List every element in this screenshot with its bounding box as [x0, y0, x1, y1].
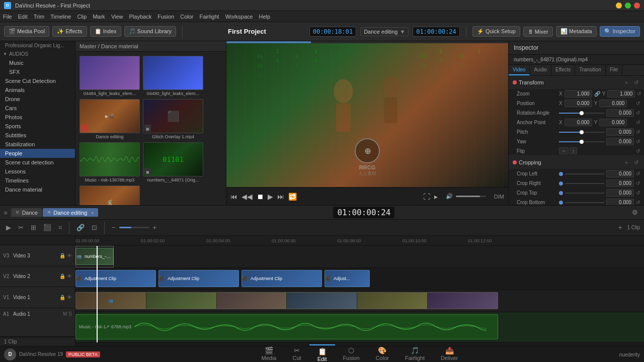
stop-button[interactable]: ⏹	[257, 193, 264, 201]
menu-file[interactable]: File	[3, 14, 12, 20]
v2-clip-2[interactable]: ⬛ Adjustment Clip	[158, 270, 239, 287]
crop-top-reset[interactable]: ↺	[636, 190, 640, 196]
nav-edit[interactable]: 📋 Edit	[309, 344, 335, 362]
rotation-input[interactable]	[606, 109, 634, 117]
zoom-slider[interactable]	[119, 227, 149, 228]
edit-name-label[interactable]: Dance editing	[364, 29, 397, 35]
zoom-link-icon[interactable]: 🔗	[594, 91, 600, 97]
zoom-out-btn[interactable]: −	[110, 223, 118, 232]
a1-clip[interactable]: Music - risk-1↗ 6788.mp3	[75, 314, 498, 339]
crop-tool[interactable]: ⬛	[41, 223, 53, 232]
media-item-music[interactable]: Music - risk-136788.mp3	[79, 142, 140, 183]
menu-view[interactable]: View	[111, 14, 123, 20]
yaw-slider[interactable]	[559, 141, 604, 142]
volume-slider[interactable]	[456, 196, 486, 197]
rotation-slider[interactable]	[559, 113, 604, 114]
transform-add-icon[interactable]: +	[622, 78, 630, 86]
pitch-slider[interactable]	[559, 132, 604, 133]
quick-setup-button[interactable]: ⚡ Quick Setup	[472, 26, 520, 37]
timeline-tab-editing-add[interactable]: +	[91, 210, 94, 216]
menu-workspace[interactable]: Workspace	[225, 14, 253, 20]
position-reset-icon[interactable]: ↺	[636, 101, 640, 106]
v2-clip-4[interactable]: ⬛ Adjust...	[325, 270, 370, 287]
media-item-glitch[interactable]: ⬛ ◼ Glitch Overlay 1.mp4	[143, 99, 203, 139]
sidebar-item-people[interactable]: People	[0, 149, 75, 158]
zoom-reset-icon[interactable]: ↺	[637, 91, 641, 97]
crop-left-slider[interactable]	[565, 173, 604, 174]
trim-tool[interactable]: ⊞	[29, 223, 38, 232]
sidebar-group-audios[interactable]: ▼Audios	[0, 50, 75, 58]
menu-fusion[interactable]: Fusion	[157, 14, 174, 20]
menu-help[interactable]: Help	[259, 14, 270, 20]
yaw-reset-icon[interactable]: ↺	[636, 139, 640, 144]
loop-button[interactable]: 🔁	[288, 193, 297, 201]
timeline-settings-icon[interactable]: ⚙	[630, 208, 640, 217]
menu-trim[interactable]: Trim	[34, 14, 45, 20]
rewind-button[interactable]: ◀◀	[242, 193, 253, 201]
crop-bottom-reset[interactable]: ↺	[636, 200, 640, 205]
v1-eye-icon[interactable]: 👁	[67, 295, 72, 300]
cropping-reset-icon[interactable]: ↺	[632, 158, 640, 166]
sidebar-item-stabilization[interactable]: Stabilization	[0, 140, 75, 149]
crop-bottom-input[interactable]	[606, 199, 634, 205]
maximize-button[interactable]	[625, 3, 631, 9]
cropping-add-icon[interactable]: +	[622, 158, 630, 166]
media-item-light1[interactable]: 04484_light_leaks_elem...	[79, 56, 140, 96]
nav-fairlight[interactable]: 🎵 Fairlight	[397, 344, 433, 362]
nav-color[interactable]: 🎨 Color	[368, 344, 397, 362]
sidebar-item-photos[interactable]: Photos	[0, 113, 75, 122]
crop-right-reset[interactable]: ↺	[636, 180, 640, 186]
crop-top-slider[interactable]	[565, 193, 604, 194]
tab-video[interactable]: Video	[509, 65, 530, 75]
tab-transition[interactable]: Transition	[575, 65, 606, 75]
crop-bottom-slider[interactable]	[565, 202, 604, 203]
media-pool-button[interactable]: 🎬 Media Pool	[4, 26, 49, 37]
select-tool[interactable]: ▶	[4, 223, 13, 232]
menu-mark[interactable]: Mark	[93, 14, 105, 20]
minimize-button[interactable]	[616, 3, 622, 9]
v2-eye-icon[interactable]: 👁	[67, 274, 72, 279]
sound-library-button[interactable]: 🎵 Sound Library	[124, 26, 177, 37]
menu-clip[interactable]: Clip	[77, 14, 87, 20]
zoom-x-input[interactable]	[565, 90, 592, 98]
flip-h-button[interactable]: ↔	[559, 147, 569, 154]
v3-eye-icon[interactable]: 👁	[67, 253, 72, 258]
sidebar-item-lessons[interactable]: Lessons	[0, 167, 75, 176]
sidebar-item-subtitles[interactable]: Subtitles	[0, 131, 75, 140]
crop-left-input[interactable]	[606, 170, 634, 177]
sidebar-item-drone[interactable]: Drone	[0, 95, 75, 104]
v2-lock-icon[interactable]: 🔒	[59, 274, 65, 279]
sidebar-item-timelines[interactable]: Timelines	[0, 176, 75, 185]
fullscreen-button[interactable]: ⛶	[423, 193, 430, 201]
crop-right-slider[interactable]	[565, 183, 604, 184]
timeline-tab-editing[interactable]: ✕ Dance editing +	[43, 208, 98, 217]
a1-solo-icon[interactable]: S	[68, 311, 72, 317]
sidebar-item-scene-cut-detect[interactable]: Scene cut detection	[0, 158, 75, 167]
v1-clips-container[interactable]: 👥	[75, 292, 498, 309]
nav-fusion[interactable]: ⬡ Fusion	[335, 344, 368, 362]
add-track-btn[interactable]: +	[616, 223, 624, 232]
sidebar-item-scene-cut[interactable]: Scene Cut Detection	[0, 76, 75, 85]
close-button[interactable]	[634, 3, 640, 9]
cropping-header[interactable]: Cropping + ↺	[509, 156, 644, 169]
index-button[interactable]: 📋 Index	[90, 26, 121, 37]
rotation-reset-icon[interactable]: ↺	[636, 110, 640, 116]
snap-tool[interactable]: ⊡	[90, 223, 99, 232]
mixer-button[interactable]: 🎚 Mixer	[523, 27, 553, 37]
nav-cut[interactable]: ✂ Cut	[285, 344, 309, 362]
pos-x-input[interactable]	[565, 100, 592, 107]
tab-audio[interactable]: Audio	[530, 65, 551, 75]
media-item-numbers[interactable]: 01101 ◼ numbers_-_64871 (Orig...	[143, 142, 203, 183]
metadata-button[interactable]: 📊 Metadata	[556, 26, 597, 37]
transform-header[interactable]: Transform + ↺	[509, 76, 644, 89]
sidebar-item-sfx[interactable]: SFX	[0, 67, 75, 76]
sidebar-item-organic[interactable]: Professional Organic Lig...	[0, 41, 75, 50]
transform-reset-icon[interactable]: ↺	[632, 78, 640, 86]
v3-lock-icon[interactable]: 🔒	[59, 253, 65, 258]
crop-left-reset[interactable]: ↺	[636, 171, 640, 176]
menu-fairlight[interactable]: Fairlight	[200, 14, 219, 20]
menu-timeline[interactable]: Timeline	[50, 14, 71, 20]
pitch-input[interactable]	[606, 128, 634, 136]
sidebar-item-animals[interactable]: Animals	[0, 85, 75, 95]
flip-v-button[interactable]: ↕	[570, 147, 577, 154]
